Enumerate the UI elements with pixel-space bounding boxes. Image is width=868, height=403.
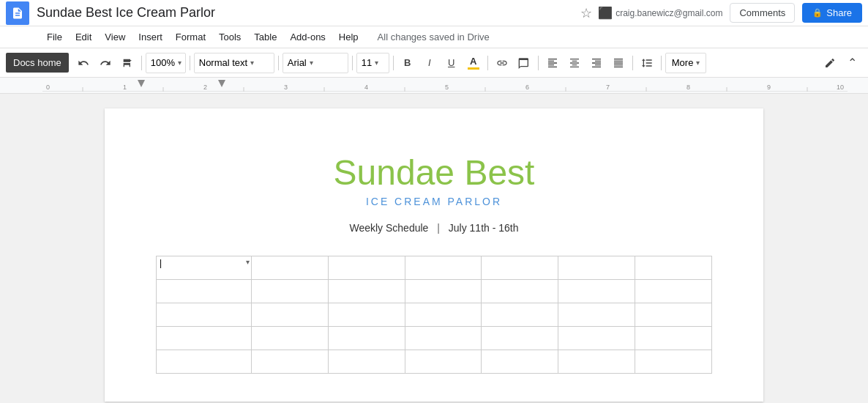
table-cell[interactable]	[157, 350, 252, 374]
table-cell[interactable]	[482, 256, 558, 280]
menu-addons[interactable]: Add-ons	[284, 29, 331, 45]
table-cell[interactable]	[482, 350, 558, 374]
underline-button[interactable]: U	[441, 53, 462, 73]
table-row	[157, 327, 712, 350]
user-email: craig.banewicz@gmail.com	[616, 8, 722, 18]
table-cell[interactable]	[558, 303, 635, 327]
table-row	[157, 280, 712, 303]
table-cell[interactable]	[405, 303, 482, 327]
justify-button[interactable]	[608, 53, 629, 73]
share-button[interactable]: 🔒 Share	[802, 3, 862, 23]
size-dropdown-arrow: ▾	[375, 59, 378, 67]
table-row: ▾	[157, 256, 712, 280]
more-select[interactable]: More ▾	[665, 53, 707, 73]
menu-view[interactable]: View	[99, 29, 131, 45]
toolbar-separator-4	[352, 56, 353, 70]
table-cell[interactable]	[157, 303, 252, 327]
table-cell[interactable]	[252, 327, 329, 350]
table-cell[interactable]	[252, 280, 329, 303]
table-cell[interactable]	[328, 256, 405, 280]
table-cell[interactable]	[328, 327, 405, 350]
svg-text:8: 8	[686, 84, 690, 91]
schedule-separator: |	[437, 222, 440, 234]
doc-title: Sundae Best Ice Cream Parlor	[37, 5, 577, 21]
toolbar-right: ⌃	[820, 53, 862, 73]
align-right-button[interactable]	[586, 53, 607, 73]
schedule-table[interactable]: ▾	[156, 256, 712, 374]
menu-insert[interactable]: Insert	[132, 29, 168, 45]
app-icon[interactable]	[6, 1, 29, 25]
ruler: 0 1 2 3 4 5 6 7 8 9 10	[0, 78, 868, 94]
menu-bar: File Edit View Insert Format Tools Table…	[0, 26, 868, 48]
svg-text:4: 4	[364, 84, 368, 91]
star-icon[interactable]: ☆	[580, 5, 592, 21]
text-color-button[interactable]: A	[463, 53, 484, 73]
document-title[interactable]: Sundae Best	[156, 152, 712, 193]
svg-marker-22	[138, 80, 145, 87]
ruler-inner: 0 1 2 3 4 5 6 7 8 9 10	[42, 78, 868, 92]
table-cell[interactable]	[252, 303, 329, 327]
folder-icon[interactable]: ⬛	[598, 6, 613, 20]
menu-edit[interactable]: Edit	[70, 29, 97, 45]
bold-button[interactable]: B	[397, 53, 418, 73]
docs-home-button[interactable]: Docs home	[6, 53, 69, 73]
font-select[interactable]: Arial ▾	[283, 53, 348, 73]
zoom-select[interactable]: 100% ▾	[146, 53, 186, 73]
toolbar-separator-9	[661, 56, 662, 70]
top-bar: Sundae Best Ice Cream Parlor ☆ ⬛ craig.b…	[0, 0, 868, 26]
table-cell[interactable]	[405, 350, 482, 374]
table-cell[interactable]	[328, 280, 405, 303]
table-cell[interactable]	[328, 350, 405, 374]
link-button[interactable]	[492, 53, 512, 73]
table-row	[157, 350, 712, 374]
table-cell[interactable]	[635, 350, 712, 374]
table-cell[interactable]	[558, 350, 635, 374]
comment-button[interactable]	[514, 53, 534, 73]
edit-icon-button[interactable]	[820, 53, 840, 73]
toolbar-separator-7	[538, 56, 539, 70]
toolbar-separator-5	[393, 56, 394, 70]
line-spacing-button[interactable]	[637, 53, 657, 73]
table-cell[interactable]	[157, 327, 252, 350]
table-cell[interactable]	[328, 303, 405, 327]
table-cell[interactable]	[635, 303, 712, 327]
table-cell[interactable]	[252, 350, 329, 374]
menu-format[interactable]: Format	[170, 29, 212, 45]
menu-tools[interactable]: Tools	[213, 29, 247, 45]
menu-help[interactable]: Help	[333, 29, 364, 45]
table-cell[interactable]	[558, 327, 635, 350]
table-cell[interactable]	[157, 280, 252, 303]
redo-button[interactable]	[95, 53, 116, 73]
collapse-toolbar-button[interactable]: ⌃	[842, 53, 862, 73]
comments-button[interactable]: Comments	[730, 3, 795, 23]
menu-file[interactable]: File	[41, 29, 68, 45]
table-cell[interactable]	[482, 327, 558, 350]
table-cell[interactable]	[482, 303, 558, 327]
align-center-button[interactable]	[564, 53, 585, 73]
table-cell[interactable]	[405, 280, 482, 303]
table-cell[interactable]	[405, 327, 482, 350]
menu-table[interactable]: Table	[248, 29, 283, 45]
document-page: Sundae Best ICE CREAM PARLOR Weekly Sche…	[105, 108, 763, 402]
font-size-select[interactable]: 11 ▾	[356, 53, 389, 73]
toolbar: Docs home 100% ▾ Normal text ▾ Arial ▾ 1…	[0, 48, 868, 78]
table-cell[interactable]	[558, 256, 635, 280]
table-cell[interactable]	[635, 327, 712, 350]
undo-button[interactable]	[73, 53, 94, 73]
italic-button[interactable]: I	[419, 53, 440, 73]
table-cell[interactable]: ▾	[157, 256, 252, 280]
table-cell[interactable]	[635, 256, 712, 280]
align-left-button[interactable]	[542, 53, 563, 73]
table-cell[interactable]	[405, 256, 482, 280]
table-cell[interactable]	[252, 256, 329, 280]
style-select[interactable]: Normal text ▾	[194, 53, 274, 73]
paint-format-button[interactable]	[117, 53, 138, 73]
table-cell[interactable]	[558, 280, 635, 303]
table-cell[interactable]	[482, 280, 558, 303]
document-schedule: Weekly Schedule | July 11th - 16th	[156, 222, 712, 234]
user-area: craig.banewicz@gmail.com Comments 🔒 Shar…	[616, 3, 862, 23]
document-subtitle[interactable]: ICE CREAM PARLOR	[156, 196, 712, 207]
cell-dropdown-arrow[interactable]: ▾	[246, 258, 250, 266]
svg-text:6: 6	[525, 84, 529, 91]
table-cell[interactable]	[635, 280, 712, 303]
